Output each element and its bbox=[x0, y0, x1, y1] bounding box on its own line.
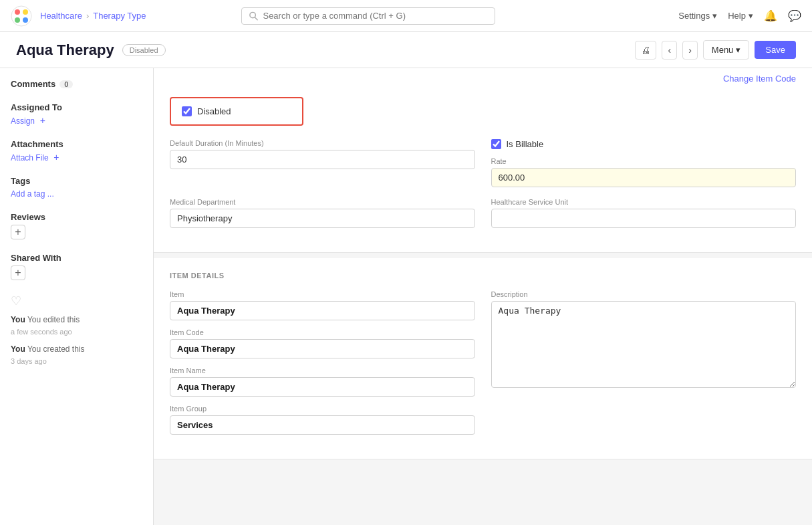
navbar-right: Settings ▾ Help ▾ 🔔 💬 bbox=[678, 9, 801, 22]
item-input[interactable] bbox=[170, 301, 475, 320]
assigned-to-label: Assigned To bbox=[11, 102, 142, 112]
disabled-checkbox[interactable] bbox=[182, 106, 192, 116]
attach-plus-icon[interactable]: + bbox=[53, 152, 59, 163]
notification-icon[interactable]: 🔔 bbox=[764, 9, 777, 22]
form-row-duration-billable: Default Duration (In Minutes) Is Billabl… bbox=[170, 139, 796, 187]
change-item-code-bar: Change Item Code bbox=[154, 68, 812, 84]
change-item-code-link[interactable]: Change Item Code bbox=[723, 74, 796, 84]
form-group-service-unit: Healthcare Service Unit bbox=[491, 198, 797, 228]
item-name-input[interactable] bbox=[170, 377, 475, 397]
assign-plus-icon[interactable]: + bbox=[40, 115, 45, 126]
help-chevron: ▾ bbox=[749, 11, 753, 21]
breadcrumb-therapy-type[interactable]: Therapy Type bbox=[93, 11, 146, 21]
attach-file-link[interactable]: Attach File bbox=[11, 153, 49, 163]
edited-text: You edited this bbox=[27, 315, 80, 324]
svg-point-1 bbox=[15, 9, 20, 15]
add-tag-link[interactable]: Add a tag ... bbox=[11, 189, 54, 199]
reviews-label: Reviews bbox=[11, 212, 142, 222]
chat-icon[interactable]: 💬 bbox=[788, 9, 801, 22]
item-group-input[interactable] bbox=[170, 415, 475, 435]
app-logo bbox=[11, 5, 32, 27]
attachments-label: Attachments bbox=[11, 139, 142, 149]
item-label: Item bbox=[170, 290, 475, 298]
item-code-input[interactable] bbox=[170, 339, 475, 358]
next-button[interactable]: › bbox=[682, 41, 698, 60]
edited-time: a few seconds ago bbox=[11, 328, 72, 336]
settings-menu[interactable]: Settings ▾ bbox=[678, 11, 717, 21]
main-form-panel: Disabled Default Duration (In Minutes) I… bbox=[154, 84, 812, 253]
save-button[interactable]: Save bbox=[755, 41, 796, 59]
item-code-label: Item Code bbox=[170, 328, 475, 336]
svg-point-2 bbox=[23, 9, 28, 15]
breadcrumb-healthcare[interactable]: Healthcare bbox=[40, 11, 82, 21]
form-group-description: Description Aqua Therapy bbox=[491, 290, 797, 435]
is-billable-label: Is Billable bbox=[507, 139, 544, 149]
sidebar-reviews: Reviews + bbox=[11, 212, 142, 239]
prev-button[interactable]: ‹ bbox=[662, 41, 677, 60]
comments-section-title: Comments 0 bbox=[11, 79, 142, 89]
default-duration-input[interactable] bbox=[170, 150, 475, 169]
svg-point-4 bbox=[23, 17, 28, 23]
main-layout: Comments 0 Assigned To Assign + Attachme… bbox=[0, 68, 812, 525]
item-details-panel: ITEM DETAILS Item Item Code Item Name It… bbox=[154, 258, 812, 459]
is-billable-row: Is Billable bbox=[491, 139, 797, 149]
form-group-medical-dept: Medical Department bbox=[170, 198, 475, 228]
settings-label: Settings bbox=[678, 11, 710, 21]
breadcrumb: Healthcare › Therapy Type bbox=[40, 11, 146, 21]
disabled-section: Disabled bbox=[170, 97, 303, 126]
sidebar-tags: Tags Add a tag ... bbox=[11, 176, 142, 199]
form-row-department-unit: Medical Department Healthcare Service Un… bbox=[170, 198, 796, 228]
sidebar-shared-with: Shared With + bbox=[11, 253, 142, 280]
add-review-button[interactable]: + bbox=[11, 225, 25, 239]
assign-link[interactable]: Assign bbox=[11, 116, 35, 126]
menu-label: Menu bbox=[712, 45, 734, 55]
sidebar-assigned-to: Assigned To Assign + bbox=[11, 102, 142, 126]
medical-department-input[interactable] bbox=[170, 209, 475, 228]
medical-department-label: Medical Department bbox=[170, 198, 475, 206]
print-button[interactable]: 🖨 bbox=[635, 41, 656, 60]
svg-line-6 bbox=[255, 17, 258, 19]
help-menu[interactable]: Help ▾ bbox=[728, 11, 753, 21]
healthcare-service-unit-label: Healthcare Service Unit bbox=[491, 198, 797, 206]
sidebar-attachments: Attachments Attach File + bbox=[11, 139, 142, 163]
comments-label: Comments bbox=[11, 79, 55, 89]
page-header: Aqua Therapy Disabled 🖨 ‹ › Menu ▾ Save bbox=[0, 32, 812, 68]
is-billable-checkbox[interactable] bbox=[491, 139, 501, 149]
created-time: 3 days ago bbox=[11, 357, 47, 365]
search-input[interactable] bbox=[263, 11, 488, 21]
form-group-default-duration: Default Duration (In Minutes) bbox=[170, 139, 475, 187]
sidebar: Comments 0 Assigned To Assign + Attachme… bbox=[0, 68, 154, 525]
sidebar-comments: Comments 0 bbox=[11, 79, 142, 89]
settings-chevron: ▾ bbox=[712, 11, 717, 21]
svg-point-3 bbox=[15, 17, 20, 23]
item-name-label: Item Name bbox=[170, 366, 475, 375]
you-label-edited: You bbox=[11, 315, 25, 324]
search-bar[interactable] bbox=[241, 7, 495, 25]
form-group-item-fields: Item Item Code Item Name Item Group bbox=[170, 290, 475, 435]
created-text: You created this bbox=[27, 344, 85, 354]
rate-label: Rate bbox=[491, 157, 797, 165]
description-label: Description bbox=[491, 290, 797, 298]
navbar: Healthcare › Therapy Type Settings ▾ Hel… bbox=[0, 0, 812, 32]
item-group-label: Item Group bbox=[170, 405, 475, 413]
status-badge: Disabled bbox=[122, 44, 166, 56]
shared-with-label: Shared With bbox=[11, 253, 142, 263]
content-area: Change Item Code Disabled Default Durati… bbox=[154, 68, 812, 525]
menu-button[interactable]: Menu ▾ bbox=[703, 40, 750, 60]
form-row-item-description: Item Item Code Item Name Item Group Desc… bbox=[170, 290, 796, 435]
tags-label: Tags bbox=[11, 176, 142, 186]
disabled-label: Disabled bbox=[197, 106, 231, 116]
you-label-created: You bbox=[11, 344, 25, 354]
add-shared-button[interactable]: + bbox=[11, 266, 25, 280]
search-icon bbox=[249, 11, 259, 21]
comments-count: 0 bbox=[59, 80, 73, 88]
activity-created: You You created this 3 days ago bbox=[11, 343, 142, 367]
item-details-heading: ITEM DETAILS bbox=[170, 272, 796, 280]
activity-edited: You You edited this a few seconds ago bbox=[11, 314, 142, 338]
heart-icon[interactable]: ♡ bbox=[11, 294, 142, 308]
description-textarea[interactable]: Aqua Therapy bbox=[491, 301, 797, 388]
help-label: Help bbox=[728, 11, 746, 21]
rate-input[interactable] bbox=[491, 168, 797, 187]
healthcare-service-unit-input[interactable] bbox=[491, 209, 797, 228]
default-duration-label: Default Duration (In Minutes) bbox=[170, 139, 475, 147]
